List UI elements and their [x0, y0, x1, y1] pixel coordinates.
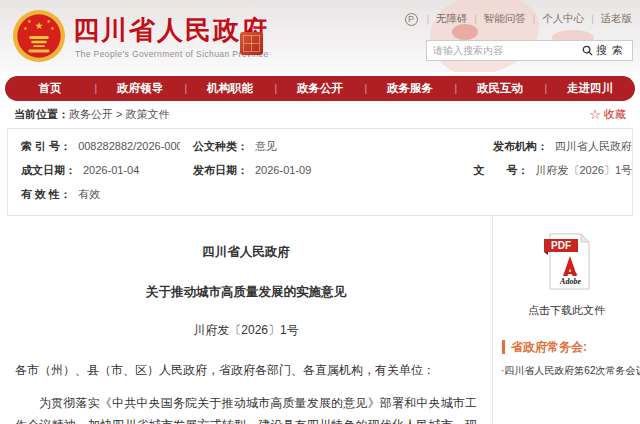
- quick-link[interactable]: 适老版: [584, 12, 632, 26]
- svg-text:★: ★: [23, 26, 27, 31]
- meta-label: 公文种类：: [193, 139, 248, 154]
- document-issuer: 四川省人民政府: [0, 244, 492, 261]
- breadcrumb-row: 当前位置：政务公开 > 政策文件 ☆ 收藏: [0, 101, 640, 128]
- national-emblem-logo[interactable]: ★ ★ ★ ★ ★: [12, 9, 66, 63]
- document-salutation: 各市（州）、县（市、区）人民政府，省政府各部门、各直属机构，有关单位：: [0, 362, 492, 379]
- pdf-download-icon[interactable]: PDF Adobe: [541, 232, 593, 296]
- nav-item[interactable]: 首页: [5, 81, 95, 96]
- search-icon: [582, 45, 593, 56]
- svg-text:★: ★: [27, 19, 31, 24]
- svg-text:★: ★: [50, 26, 54, 31]
- quick-links: P 无障碍智能问答个人中心适老版: [405, 12, 632, 26]
- svg-text:PDF: PDF: [551, 240, 571, 251]
- page: ★ ★ ★ ★ ★ 四川省人民政府 The People's Governmen…: [0, 0, 640, 424]
- content-area: 四川省人民政府 关于推动城市高质量发展的实施意见 川府发〔2026〕1号 各市（…: [0, 216, 640, 424]
- nav-item[interactable]: 政务公开: [275, 81, 365, 96]
- meta-row: 有 效 性： 有效: [8, 182, 632, 206]
- meta-value: 川府发〔2026〕1号: [535, 163, 632, 178]
- document-meta-table: 索 引 号： 008282882/2026-00028 公文种类： 意见 发布机…: [7, 128, 633, 216]
- document-paragraph: 为贯彻落实《中共中央国务院关于推动城市高质量发展的意见》部署和中央城市工作会议精…: [0, 392, 492, 424]
- meta-field: 索 引 号： 008282882/2026-00028: [8, 139, 180, 154]
- favorite-label: 收藏: [604, 107, 626, 122]
- sidebar-list: ·四川省人民政府第62次常务会议: [493, 364, 640, 378]
- sichuan-map-highlight: [452, 24, 478, 40]
- meta-value: 2026-01-09: [255, 164, 311, 176]
- download-link[interactable]: 点击下载此文件: [493, 303, 640, 318]
- nav-item[interactable]: 走进四川: [545, 81, 635, 96]
- quick-link[interactable]: 无障碍: [420, 12, 468, 26]
- meta-label: 发布机构：: [493, 139, 548, 154]
- sidebar-section-title: 省政府常务会:: [502, 340, 634, 354]
- meta-field: 发布日期： 2026-01-09: [180, 163, 460, 178]
- meta-row: 索 引 号： 008282882/2026-00028 公文种类： 意见 发布机…: [8, 134, 632, 158]
- breadcrumb: 当前位置：政务公开 > 政策文件: [14, 107, 170, 122]
- sichuan-map-decoration: [425, 0, 545, 72]
- meta-field: 文 号： 川府发〔2026〕1号: [460, 163, 632, 178]
- meta-label: 索 引 号：: [21, 139, 71, 154]
- meta-label: 有 效 性：: [21, 187, 71, 202]
- accessibility-p-icon[interactable]: P: [405, 13, 418, 26]
- meta-value: 四川省人民政府: [555, 139, 632, 154]
- star-icon: ☆: [589, 108, 601, 121]
- nav-item[interactable]: 政府领导: [95, 81, 185, 96]
- meta-value: 2026-01-04: [83, 164, 139, 176]
- red-seal-stamp-icon: [240, 32, 263, 55]
- meta-field: 有 效 性： 有效: [8, 187, 180, 202]
- search-input[interactable]: [427, 45, 578, 56]
- meta-field: 成文日期： 2026-01-04: [8, 163, 180, 178]
- nav-item[interactable]: 政务服务: [365, 81, 455, 96]
- sidebar-list-item[interactable]: ·四川省人民政府第62次常务会议: [501, 364, 636, 378]
- search-button[interactable]: 搜 索: [578, 41, 632, 60]
- meta-value: 008282882/2026-00028: [78, 140, 180, 152]
- document-body: 四川省人民政府 关于推动城市高质量发展的实施意见 川府发〔2026〕1号 各市（…: [0, 216, 493, 424]
- nav-item[interactable]: 政民互动: [455, 81, 545, 96]
- svg-text:★: ★: [35, 20, 44, 31]
- meta-value: 意见: [255, 139, 277, 154]
- meta-field: 公文种类： 意见: [180, 139, 480, 154]
- meta-row: 成文日期： 2026-01-04 发布日期： 2026-01-09 文 号： 川…: [8, 158, 632, 182]
- quick-link[interactable]: 智能问答: [467, 12, 525, 26]
- adobe-brand-text: Adobe: [559, 277, 581, 286]
- sidebar: PDF Adobe 点击下载此文件 省政府常务会: ·四川省人民政府第62次常务…: [493, 216, 640, 424]
- nav-item[interactable]: 机构职能: [185, 81, 275, 96]
- quick-link[interactable]: 个人中心: [526, 12, 584, 26]
- meta-value: 有效: [78, 187, 100, 202]
- breadcrumb-path[interactable]: 政务公开 > 政策文件: [69, 108, 170, 120]
- document-number: 川府发〔2026〕1号: [0, 322, 492, 339]
- svg-text:★: ★: [46, 19, 50, 24]
- document-title: 关于推动城市高质量发展的实施意见: [0, 284, 492, 301]
- favorite-button[interactable]: ☆ 收藏: [589, 107, 626, 122]
- search-button-label: 搜 索: [596, 43, 624, 58]
- search-bar: 搜 索: [426, 40, 633, 61]
- meta-label: 发布日期：: [193, 163, 248, 178]
- site-header: ★ ★ ★ ★ ★ 四川省人民政府 The People's Governmen…: [0, 0, 640, 72]
- meta-label: 文 号：: [473, 163, 528, 178]
- main-navigation: 首页政府领导机构职能政务公开政务服务政民互动走进四川: [5, 76, 635, 101]
- meta-label: 成文日期：: [21, 163, 76, 178]
- breadcrumb-prefix: 当前位置：: [14, 108, 69, 120]
- meta-field: 发布机构： 四川省人民政府: [480, 139, 632, 154]
